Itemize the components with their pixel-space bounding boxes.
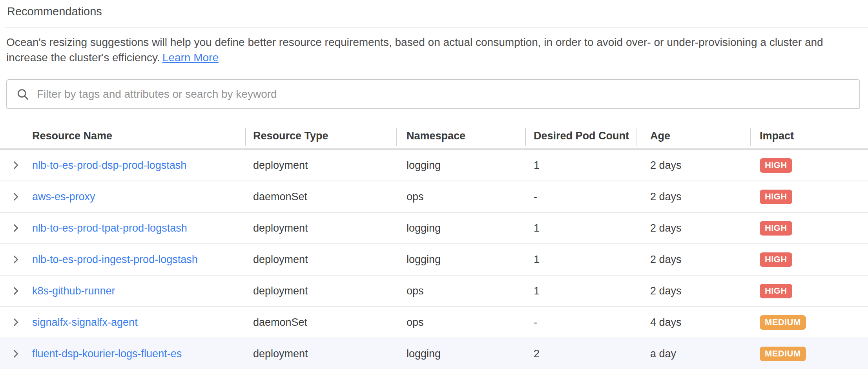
column-header-age[interactable]: Age — [636, 123, 750, 148]
age-cell: 4 days — [636, 307, 750, 338]
namespace-cell: ops — [396, 307, 525, 338]
desired-pod-count-cell: 2 — [525, 338, 636, 369]
table-row[interactable]: fluent-dsp-kourier-logs-fluent-es deploy… — [0, 338, 868, 369]
namespace-cell: logging — [396, 338, 525, 369]
chevron-right-icon — [10, 348, 21, 359]
chevron-right-icon — [10, 317, 21, 328]
chevron-right-icon — [10, 160, 21, 171]
age-cell: 2 days — [636, 150, 750, 181]
description-text: Ocean's resizing suggestions will help y… — [6, 35, 859, 65]
table-row[interactable]: nlb-to-es-prod-dsp-prod-logstash deploym… — [0, 150, 868, 181]
age-cell: 2 days — [636, 244, 750, 275]
chevron-right-icon — [10, 223, 21, 234]
resource-type-cell: deployment — [245, 338, 396, 369]
resource-type-cell: deployment — [245, 276, 396, 306]
resource-name-link[interactable]: nlb-to-es-prod-ingest-prod-logstash — [32, 254, 198, 266]
column-header-namespace[interactable]: Namespace — [396, 123, 525, 148]
column-header-resource-type[interactable]: Resource Type — [245, 123, 396, 148]
table-row[interactable]: k8s-github-runner deployment ops 1 2 day… — [0, 276, 868, 307]
expand-row-button[interactable] — [10, 160, 21, 171]
header-expander-spacer — [0, 123, 31, 148]
age-cell: 2 days — [636, 276, 750, 306]
desired-pod-count-cell: - — [525, 181, 636, 212]
expand-row-button[interactable] — [10, 223, 21, 234]
search-icon — [16, 87, 30, 101]
impact-badge: HIGH — [760, 284, 792, 298]
column-header-resource-name[interactable]: Resource Name — [31, 123, 245, 148]
title-divider — [5, 27, 868, 28]
expand-row-button[interactable] — [10, 348, 21, 359]
expand-row-button[interactable] — [10, 191, 21, 202]
column-header-impact[interactable]: Impact — [750, 123, 868, 148]
impact-badge: HIGH — [760, 158, 792, 173]
table-row[interactable]: aws-es-proxy daemonSet ops - 2 days HIGH — [0, 181, 868, 213]
namespace-cell: ops — [396, 276, 525, 306]
table-row[interactable]: signalfx-signalfx-agent daemonSet ops - … — [0, 307, 868, 338]
expand-row-button[interactable] — [10, 317, 21, 328]
learn-more-link[interactable]: Learn More — [162, 51, 219, 64]
chevron-right-icon — [10, 285, 21, 296]
resource-type-cell: daemonSet — [245, 181, 396, 212]
resource-type-cell: daemonSet — [245, 307, 396, 338]
resource-type-cell: deployment — [245, 244, 396, 275]
table-header-row: Resource Name Resource Type Namespace De… — [0, 123, 868, 150]
chevron-right-icon — [10, 191, 21, 202]
table-row[interactable]: nlb-to-es-prod-tpat-prod-logstash deploy… — [0, 213, 868, 244]
namespace-cell: logging — [396, 213, 525, 243]
impact-badge: MEDIUM — [760, 315, 806, 330]
resource-type-cell: deployment — [245, 150, 396, 181]
resource-name-link[interactable]: k8s-github-runner — [32, 285, 115, 297]
resource-name-link[interactable]: nlb-to-es-prod-tpat-prod-logstash — [32, 222, 187, 234]
impact-badge: MEDIUM — [760, 347, 806, 361]
resource-name-link[interactable]: fluent-dsp-kourier-logs-fluent-es — [32, 348, 182, 360]
age-cell: a day — [636, 338, 750, 369]
desired-pod-count-cell: - — [525, 307, 636, 338]
search-input[interactable] — [36, 88, 859, 101]
desired-pod-count-cell: 1 — [525, 150, 636, 181]
resource-name-link[interactable]: aws-es-proxy — [32, 191, 95, 203]
search-bar[interactable] — [6, 79, 860, 109]
age-cell: 2 days — [636, 181, 750, 212]
recommendations-page: Recommendations Ocean's resizing suggest… — [0, 0, 868, 369]
expand-row-button[interactable] — [10, 285, 21, 296]
column-header-desired-pod-count[interactable]: Desired Pod Count — [525, 123, 636, 148]
impact-badge: HIGH — [760, 252, 792, 267]
resource-type-cell: deployment — [245, 213, 396, 243]
resource-name-link[interactable]: signalfx-signalfx-agent — [32, 316, 138, 329]
namespace-cell: logging — [396, 150, 525, 181]
resource-name-link[interactable]: nlb-to-es-prod-dsp-prod-logstash — [32, 159, 186, 172]
impact-badge: HIGH — [760, 190, 792, 204]
namespace-cell: ops — [396, 181, 525, 212]
description-body: Ocean's resizing suggestions will help y… — [6, 36, 823, 64]
age-cell: 2 days — [636, 213, 750, 243]
chevron-right-icon — [10, 254, 21, 265]
impact-badge: HIGH — [760, 221, 792, 236]
namespace-cell: logging — [396, 244, 525, 275]
recommendations-table: Resource Name Resource Type Namespace De… — [0, 123, 868, 369]
expand-row-button[interactable] — [10, 254, 21, 265]
desired-pod-count-cell: 1 — [525, 276, 636, 306]
desired-pod-count-cell: 1 — [525, 244, 636, 275]
page-title: Recommendations — [0, 0, 868, 18]
desired-pod-count-cell: 1 — [525, 213, 636, 243]
table-row[interactable]: nlb-to-es-prod-ingest-prod-logstash depl… — [0, 244, 868, 276]
